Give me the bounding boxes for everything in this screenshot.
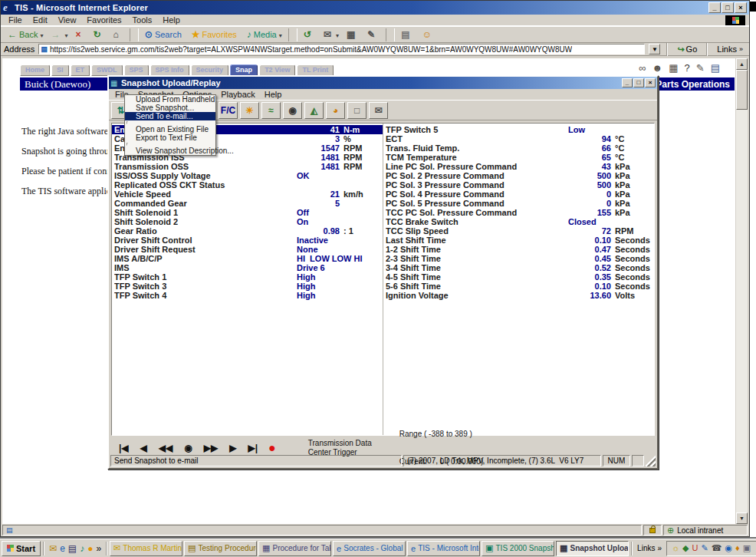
ie-menu-item[interactable]: Edit bbox=[28, 15, 53, 25]
tray-icon[interactable]: ▣ bbox=[743, 544, 751, 552]
task-button[interactable]: ▣TIS 2000 Snapshot Uplo... bbox=[482, 541, 554, 556]
data-row[interactable]: IMS Drive 6 bbox=[112, 263, 383, 272]
header-icon[interactable]: ? bbox=[685, 62, 690, 74]
data-row[interactable]: Ignition Voltage 13.60 Volts bbox=[383, 291, 654, 300]
data-row[interactable]: Driver Shift Request None bbox=[112, 245, 383, 254]
dialog-menu-item[interactable]: Playback bbox=[216, 90, 260, 99]
task-button[interactable]: eSocrates - Global - Micro... bbox=[333, 541, 406, 556]
dialog-maximize-button[interactable]: □ bbox=[633, 78, 644, 87]
dialog-menu-item[interactable]: Help bbox=[260, 90, 287, 99]
minimize-button[interactable]: _ bbox=[708, 2, 721, 13]
quick-launch-icon[interactable]: e bbox=[60, 544, 65, 553]
ie-toolbar-button[interactable]: ▤ bbox=[397, 28, 418, 42]
ie-toolbar-button[interactable]: ⌂ bbox=[110, 28, 127, 42]
taskbar-links[interactable]: Links » bbox=[635, 544, 664, 552]
go-button[interactable]: ↪Go bbox=[674, 44, 700, 54]
menu-item[interactable]: Send To e-mail... bbox=[125, 112, 215, 120]
ie-toolbar-button[interactable]: ♪Media bbox=[243, 28, 286, 42]
page-tab[interactable]: TL Print bbox=[297, 64, 334, 76]
data-row[interactable]: TCM Temperature 65 °C bbox=[383, 153, 654, 162]
playback-button[interactable]: ◉ bbox=[184, 443, 192, 453]
page-scrollbar[interactable]: ▲ ▼ bbox=[735, 58, 748, 524]
data-row[interactable]: TFP Switch 1 High bbox=[112, 272, 383, 282]
data-row[interactable]: PC Sol. 2 Pressure Command 500 kPa bbox=[383, 171, 654, 180]
ie-toolbar-button[interactable]: ↻ bbox=[90, 28, 110, 42]
data-row[interactable]: ISS/OSS Supply Voltage OK bbox=[112, 171, 383, 180]
ie-toolbar-button[interactable] bbox=[288, 28, 297, 41]
quick-launch-icon[interactable]: » bbox=[96, 544, 101, 553]
data-row[interactable]: TFP Switch 5 Low bbox=[383, 125, 654, 134]
task-button[interactable]: eTIS - Microsoft Internet ... bbox=[407, 541, 480, 556]
page-tab[interactable]: SWDL bbox=[91, 64, 123, 76]
data-row[interactable]: 5-6 Shift Time 0.10 Seconds bbox=[383, 282, 654, 291]
page-tab[interactable]: ET bbox=[71, 64, 90, 76]
dialog-toolbar-button[interactable]: ≈ bbox=[261, 102, 281, 119]
data-row[interactable]: Driver Shift Control Inactive bbox=[112, 236, 383, 245]
quick-launch-icon[interactable]: ♪ bbox=[80, 544, 84, 553]
data-row[interactable]: Commanded Gear 5 bbox=[112, 199, 383, 208]
menu-item[interactable]: Upload From Handheld bbox=[125, 95, 215, 104]
ie-menu-item[interactable]: Help bbox=[157, 15, 186, 25]
close-button[interactable]: × bbox=[735, 2, 747, 13]
page-tab[interactable]: T2 View bbox=[259, 64, 295, 76]
data-row[interactable]: Transmission OSS 1481 RPM bbox=[112, 162, 383, 171]
page-tab[interactable]: SPS bbox=[124, 64, 149, 76]
dialog-toolbar-button[interactable]: ✉ bbox=[369, 102, 388, 119]
data-row[interactable]: 4-5 Shift Time 0.35 Seconds bbox=[383, 272, 654, 282]
header-icon[interactable]: ▤ bbox=[711, 62, 720, 74]
ie-toolbar-button[interactable]: × bbox=[72, 28, 90, 42]
quick-launch-icon[interactable]: ● bbox=[87, 544, 93, 553]
dialog-toolbar-button[interactable]: ◭ bbox=[304, 102, 324, 119]
data-row[interactable]: Line PC Sol. Pressure Command 43 kPa bbox=[383, 162, 654, 171]
data-row[interactable]: PC Sol. 5 Pressure Command 0 kPa bbox=[383, 199, 654, 208]
data-row[interactable]: ECT 94 °C bbox=[383, 134, 654, 143]
data-row[interactable]: Shift Solenoid 1 Off bbox=[112, 208, 383, 217]
data-row[interactable]: TFP Switch 4 High bbox=[112, 291, 383, 300]
page-tab[interactable]: Security bbox=[191, 64, 229, 76]
data-row[interactable]: PC Sol. 3 Pressure Command 500 kPa bbox=[383, 180, 654, 190]
dialog-titlebar[interactable]: ▦ Snapshot Upload/Replay _ □ × bbox=[109, 77, 657, 89]
data-row[interactable]: 2-3 Shift Time 0.45 Seconds bbox=[383, 254, 654, 263]
dialog-toolbar-button[interactable]: ☀ bbox=[240, 102, 259, 119]
scroll-up-button[interactable]: ▲ bbox=[736, 58, 748, 70]
task-button[interactable]: ▦Snapshot Upload/Re... bbox=[556, 541, 629, 556]
ie-toolbar-button[interactable]: ✉ bbox=[320, 28, 343, 42]
task-button[interactable]: ▦Procedure for Taking Sn... bbox=[258, 541, 331, 556]
playback-button[interactable]: ▶ bbox=[229, 443, 236, 453]
menu-item[interactable]: Save Snapshot... bbox=[125, 104, 215, 112]
tray-icon[interactable]: ♦ bbox=[735, 544, 740, 552]
ie-toolbar-button[interactable]: ✎ bbox=[363, 28, 383, 42]
restore-button[interactable]: □ bbox=[721, 2, 734, 13]
tray-icon[interactable]: U bbox=[692, 544, 698, 552]
data-row[interactable]: TFP Switch 3 High bbox=[112, 282, 383, 291]
data-row[interactable]: Replicated OSS CKT Status bbox=[112, 180, 383, 190]
data-row[interactable]: IMS A/B/C/P HI LOW LOW HI bbox=[112, 254, 383, 263]
ie-toolbar-button[interactable] bbox=[386, 28, 395, 41]
quick-launch-icon[interactable]: ▤ bbox=[68, 544, 77, 553]
menu-item[interactable]: Open an Existing File bbox=[125, 125, 215, 133]
ie-menu-item[interactable]: File bbox=[3, 15, 28, 25]
ie-titlebar[interactable]: e TIS - Microsoft Internet Explorer _ □ … bbox=[1, 1, 749, 15]
page-tab[interactable]: Snap bbox=[230, 64, 258, 76]
ie-menu-item[interactable]: Favorites bbox=[81, 15, 127, 25]
data-row[interactable]: Vehicle Speed 21 km/h bbox=[112, 190, 383, 199]
address-input[interactable]: ▤ https://tis2web.service.gm.com/tis2web… bbox=[38, 44, 645, 54]
ie-toolbar-button[interactable]: ★Favorites bbox=[188, 28, 243, 42]
data-row[interactable]: 1-2 Shift Time 0.47 Seconds bbox=[383, 245, 654, 254]
scroll-down-button[interactable]: ▼ bbox=[736, 513, 748, 524]
header-icon[interactable]: ☻ bbox=[652, 62, 663, 74]
playback-button[interactable]: ▶| bbox=[248, 443, 258, 453]
scroll-thumb[interactable] bbox=[736, 70, 748, 110]
dialog-minimize-button[interactable]: _ bbox=[622, 78, 633, 87]
menu-item[interactable]: View Snapshot Description... bbox=[125, 147, 215, 155]
address-dropdown-button[interactable]: ▼ bbox=[649, 44, 660, 54]
data-row[interactable]: TCC Brake Switch Closed bbox=[383, 217, 654, 226]
dialog-toolbar-button[interactable]: ◕ bbox=[326, 102, 345, 119]
dialog-toolbar-button[interactable]: ◉ bbox=[283, 102, 302, 119]
page-tab[interactable]: SPS Info bbox=[150, 64, 189, 76]
data-row[interactable]: Shift Solenoid 2 On bbox=[112, 217, 383, 226]
links-toolbar[interactable]: Links» bbox=[714, 44, 746, 54]
header-icon[interactable]: ▦ bbox=[669, 62, 678, 74]
data-row[interactable]: PC Sol. 4 Pressure Command 0 kPa bbox=[383, 190, 654, 199]
playback-button[interactable]: ◀◀ bbox=[159, 443, 173, 453]
